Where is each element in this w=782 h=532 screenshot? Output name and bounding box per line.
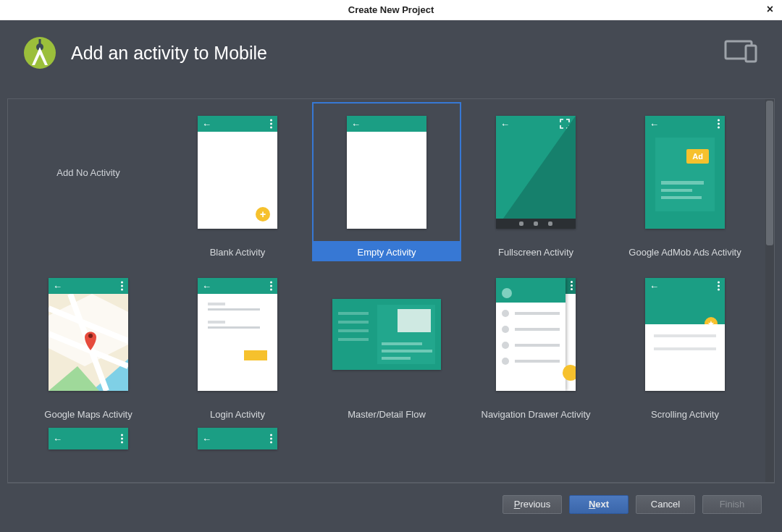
template-label: Blank Activity bbox=[163, 242, 312, 261]
back-arrow-icon: ← bbox=[202, 119, 211, 130]
overflow-menu-icon bbox=[121, 434, 123, 444]
template-preview: ← bbox=[163, 264, 312, 405]
template-fullscreen-activity[interactable]: ← Fullscreen A bbox=[461, 99, 610, 261]
android-studio-logo-icon bbox=[22, 35, 58, 71]
cancel-button[interactable]: Cancel bbox=[636, 495, 695, 514]
template-label: Login Activity bbox=[163, 405, 312, 423]
back-arrow-icon: ← bbox=[351, 119, 361, 130]
phone-mock-icon bbox=[496, 278, 576, 391]
phone-mock-icon: ← + bbox=[198, 116, 277, 229]
avatar-icon bbox=[502, 288, 512, 298]
template-preview: ← bbox=[461, 102, 610, 242]
finish-button: Finish bbox=[702, 495, 762, 514]
wizard-header: Add an activity to Mobile bbox=[0, 20, 782, 85]
template-gallery-frame: Add No Activity ← + bbox=[7, 98, 775, 483]
template-blank-activity[interactable]: ← + Blank Activity bbox=[163, 99, 312, 261]
map-preview-icon bbox=[49, 294, 128, 391]
svg-rect-4 bbox=[746, 46, 756, 62]
template-label: Google AdMob Ads Activity bbox=[610, 242, 760, 261]
tablet-mock-icon bbox=[332, 299, 441, 370]
template-preview: ← ★ bbox=[610, 264, 760, 405]
fab-icon: + bbox=[256, 207, 270, 221]
phone-mock-icon: ← bbox=[198, 278, 277, 391]
template-preview: ← bbox=[14, 426, 163, 455]
phone-mock-icon: ← ★ bbox=[645, 278, 725, 391]
back-arrow-icon: ← bbox=[202, 434, 211, 444]
svg-point-10 bbox=[88, 334, 93, 338]
template-preview: ← bbox=[14, 264, 163, 405]
template-label: Fullscreen Activity bbox=[461, 242, 610, 261]
template-label: Scrolling Activity bbox=[610, 405, 760, 423]
template-label: Google Maps Activity bbox=[14, 405, 163, 423]
template-add-no-activity[interactable]: Add No Activity bbox=[14, 99, 163, 261]
template-label-spacer bbox=[14, 242, 163, 261]
phone-mock-icon: ← Ad bbox=[645, 116, 725, 229]
template-label: Navigation Drawer Activity bbox=[461, 405, 610, 423]
window-title: Create New Project bbox=[348, 4, 434, 15]
template-scrolling-activity[interactable]: ← ★ Scrolling Activity bbox=[610, 261, 760, 423]
login-button-icon bbox=[244, 350, 267, 360]
template-label: Add No Activity bbox=[56, 167, 119, 178]
titlebar: Create New Project × bbox=[0, 0, 782, 20]
back-arrow-icon: ← bbox=[53, 434, 62, 444]
phone-mock-icon: ← bbox=[496, 116, 576, 229]
template-admob-activity[interactable]: ← Ad Google AdMob Ads Activity bbox=[610, 99, 760, 261]
wizard-footer: Previous Next Cancel Finish bbox=[7, 483, 775, 525]
svg-rect-2 bbox=[39, 39, 41, 45]
wizard-content: Add No Activity ← + bbox=[0, 85, 782, 532]
template-label: Empty Activity bbox=[312, 242, 461, 261]
form-factor-icon bbox=[724, 38, 760, 67]
overflow-menu-icon bbox=[270, 119, 272, 129]
previous-button[interactable]: Previous bbox=[503, 495, 562, 514]
close-icon[interactable]: × bbox=[767, 3, 773, 16]
back-arrow-icon: ← bbox=[649, 281, 659, 292]
back-arrow-icon: ← bbox=[202, 281, 211, 292]
template-preview: Add No Activity bbox=[14, 102, 163, 242]
template-preview: ← Ad bbox=[610, 102, 760, 242]
template-preview: ← bbox=[312, 102, 461, 242]
svg-marker-5 bbox=[496, 116, 576, 229]
template-empty-activity[interactable]: ← Empty Activity bbox=[312, 99, 461, 261]
overflow-menu-icon bbox=[571, 281, 573, 290]
overflow-menu-icon bbox=[718, 282, 720, 291]
template-partial[interactable]: ← bbox=[163, 423, 312, 455]
template-maps-activity[interactable]: ← bbox=[14, 261, 163, 423]
phone-mock-icon: ← bbox=[198, 428, 277, 449]
template-preview bbox=[461, 264, 610, 405]
back-arrow-icon: ← bbox=[53, 281, 62, 292]
overflow-menu-icon bbox=[270, 434, 272, 444]
template-navigation-drawer-activity[interactable]: Navigation Drawer Activity bbox=[461, 261, 610, 423]
template-gallery: Add No Activity ← + bbox=[8, 99, 765, 482]
template-partial[interactable]: ← bbox=[14, 423, 163, 455]
phone-mock-icon: ← bbox=[49, 428, 128, 449]
scrollbar-thumb[interactable] bbox=[766, 101, 773, 245]
template-preview: ← bbox=[163, 426, 312, 455]
overflow-menu-icon bbox=[718, 119, 720, 129]
page-title: Add an activity to Mobile bbox=[71, 43, 267, 64]
ad-badge-icon: Ad bbox=[686, 149, 709, 164]
overflow-menu-icon bbox=[121, 282, 123, 291]
fab-icon bbox=[563, 365, 576, 381]
template-label: Master/Detail Flow bbox=[312, 405, 461, 423]
gallery-scrollbar[interactable] bbox=[765, 99, 774, 482]
phone-mock-icon: ← bbox=[347, 116, 426, 229]
next-button[interactable]: Next bbox=[569, 495, 628, 514]
back-arrow-icon: ← bbox=[649, 119, 659, 130]
template-preview: ← + bbox=[163, 102, 312, 242]
phone-mock-icon: ← bbox=[49, 278, 128, 391]
template-preview bbox=[312, 264, 461, 405]
system-navbar-icon bbox=[496, 219, 576, 229]
template-login-activity[interactable]: ← bbox=[163, 261, 312, 423]
template-master-detail-flow[interactable]: Master/Detail Flow bbox=[312, 261, 461, 423]
overflow-menu-icon bbox=[270, 282, 272, 291]
create-project-window: Create New Project × Add an activity to … bbox=[0, 0, 782, 532]
